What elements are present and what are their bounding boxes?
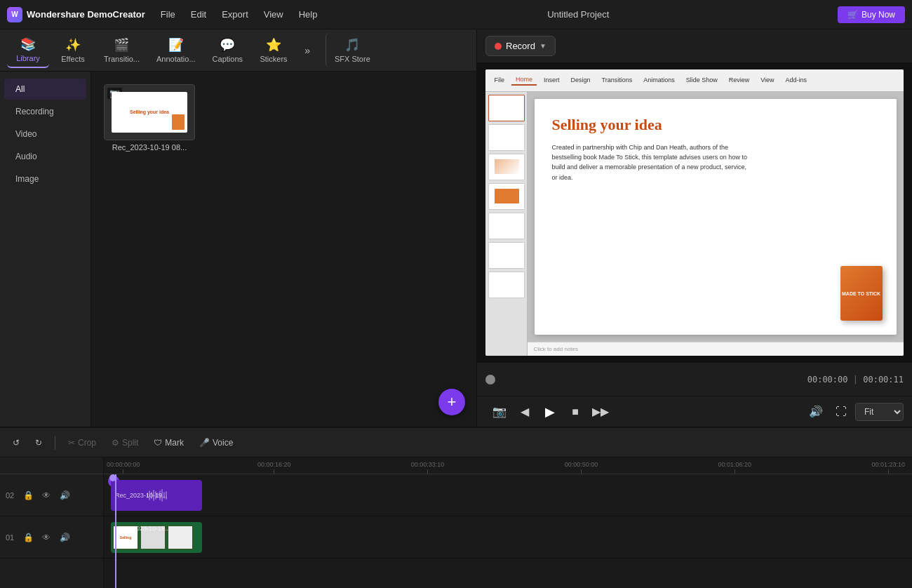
sidebar-item-image[interactable]: Image xyxy=(4,168,86,189)
ruler-mark-3: 00:00:50:00 xyxy=(565,461,598,474)
more-tools-button[interactable]: » xyxy=(297,41,317,60)
menu-file[interactable]: File xyxy=(159,6,177,22)
record-button[interactable]: Record ▼ xyxy=(485,36,556,56)
undo-button[interactable]: ↺ xyxy=(7,435,25,450)
clip-frame-text-1: Selling xyxy=(120,535,131,540)
slide-thumb-content-4 xyxy=(495,189,519,204)
stop-button[interactable]: ■ xyxy=(564,401,586,423)
ppt-tab-transitions[interactable]: Transitions xyxy=(597,75,636,85)
voice-label: Voice xyxy=(213,438,233,448)
ruler-label-1: 00:00:16:20 xyxy=(257,461,291,468)
buy-now-button[interactable]: 🛒 Buy Now xyxy=(838,6,905,23)
mark-icon: 🛡 xyxy=(154,438,162,448)
ruler-label-3: 00:00:50:00 xyxy=(565,461,598,468)
ppt-tab-animations[interactable]: Animations xyxy=(639,75,679,85)
sidebar-item-recording[interactable]: Recording xyxy=(4,101,86,122)
slide-book: MADE TO STICK xyxy=(840,266,883,321)
crop-button[interactable]: ✂ Crop xyxy=(62,435,102,450)
volume-button[interactable]: 🔊 xyxy=(805,401,827,423)
visibility-button-02[interactable]: 👁 xyxy=(39,488,53,502)
slide-thumb-content-7 xyxy=(495,277,519,293)
ppt-tab-home[interactable]: Home xyxy=(511,74,537,86)
buy-now-label: Buy Now xyxy=(861,10,895,20)
add-media-button[interactable]: + xyxy=(438,389,465,415)
tool-captions[interactable]: 💬 Captions xyxy=(206,33,250,67)
fullscreen-icon: ⛶ xyxy=(836,406,847,418)
audio-button-02[interactable]: 🔊 xyxy=(58,488,72,502)
menu-export[interactable]: Export xyxy=(220,6,250,22)
ppt-tab-addins[interactable]: Add-ins xyxy=(782,75,812,85)
redo-button[interactable]: ↻ xyxy=(29,435,48,450)
voice-button[interactable]: 🎤 Voice xyxy=(194,435,239,450)
fullscreen-button[interactable]: ⛶ xyxy=(830,401,852,423)
ppt-tab-insert[interactable]: Insert xyxy=(539,75,564,85)
menu-help[interactable]: Help xyxy=(297,6,319,22)
ppt-slide-thumb-5[interactable] xyxy=(488,213,525,239)
ruler-label-4: 00:01:06:20 xyxy=(718,461,752,468)
voice-icon: 🎤 xyxy=(199,438,210,448)
screenshot-button[interactable]: 📷 xyxy=(488,401,511,423)
slide-body-text: Created in partnership with Chip and Dan… xyxy=(551,142,748,183)
slide-thumb-content-6 xyxy=(495,248,519,263)
ppt-slide-thumb-1[interactable] xyxy=(488,95,525,121)
next-button[interactable]: ▶▶ xyxy=(589,401,612,423)
ppt-slide-thumb-2[interactable] xyxy=(488,124,525,151)
mark-button[interactable]: 🛡 Mark xyxy=(148,435,189,450)
ppt-slide-thumb-4[interactable] xyxy=(488,183,525,210)
crop-label: Crop xyxy=(78,438,96,448)
zoom-select[interactable]: Fit 50% 75% 100% xyxy=(855,403,904,421)
tool-annotations[interactable]: 📝 Annotatio... xyxy=(149,33,203,67)
sidebar-item-video[interactable]: Video xyxy=(4,123,86,145)
play-button[interactable]: ▶ xyxy=(539,401,561,423)
track-row-02: C xyxy=(104,474,912,516)
tool-transitions[interactable]: 🎬 Transitio... xyxy=(97,33,147,67)
ruler-mark-4: 00:01:06:20 xyxy=(718,461,752,474)
bar xyxy=(149,490,150,500)
prev-icon: ◀ xyxy=(521,405,529,418)
tool-library[interactable]: 📚 Library xyxy=(7,32,49,68)
stickers-label: Stickers xyxy=(260,55,287,63)
ppt-tab-file[interactable]: File xyxy=(490,75,509,85)
visibility-button-01[interactable]: 👁 xyxy=(39,530,53,544)
ppt-slide-thumb-7[interactable] xyxy=(488,272,525,298)
menu-items: File Edit Export View Help xyxy=(159,6,319,22)
screenshot-icon: 📷 xyxy=(492,405,507,418)
screen-clip-01[interactable]: Selling xyxy=(111,522,202,553)
track-num-01: 01 xyxy=(6,533,17,542)
ppt-slide-thumb-3[interactable] xyxy=(488,154,525,180)
split-button[interactable]: ⚙ Split xyxy=(106,435,144,450)
thumb-preview: 📷 Selling your idea xyxy=(105,85,194,140)
menu-edit[interactable]: Edit xyxy=(189,6,208,22)
annotations-label: Annotatio... xyxy=(156,55,196,63)
menu-view[interactable]: View xyxy=(262,6,285,22)
audio-button-01[interactable]: 🔊 xyxy=(58,530,72,544)
video-clip-02[interactable]: Rec_2023-10-19... xyxy=(111,480,202,511)
crop-icon: ✂ xyxy=(68,438,75,448)
track-num-02: 02 xyxy=(6,491,17,500)
ppt-tab-review[interactable]: Review xyxy=(725,75,754,85)
ruler-mark-0: 00:00:00:00 xyxy=(107,461,140,474)
ruler-tick-4 xyxy=(735,469,735,474)
ppt-slide-thumbnails xyxy=(485,92,528,356)
ppt-tab-slideshow[interactable]: Slide Show xyxy=(682,75,722,85)
ppt-tab-design[interactable]: Design xyxy=(566,75,594,85)
tool-sfxstore[interactable]: 🎵 SFX Store xyxy=(326,33,377,67)
sidebar-item-audio[interactable]: Audio xyxy=(4,146,86,167)
captions-label: Captions xyxy=(213,55,243,63)
playback-bar: 00:00:00 | 00:00:11 xyxy=(477,362,912,396)
record-indicator xyxy=(495,43,502,50)
time-current: 00:00:00 xyxy=(807,375,848,385)
timeline: ↺ ↻ ✂ Crop ⚙ Split 🛡 Mark 🎤 Voice xyxy=(0,427,912,588)
prev-button[interactable]: ◀ xyxy=(514,401,536,423)
lock-button-02[interactable]: 🔒 xyxy=(21,488,35,502)
tool-effects[interactable]: ✨ Effects xyxy=(52,33,94,67)
ppt-ribbon: File Home Insert Design Transitions Anim… xyxy=(485,69,903,92)
sidebar-item-all[interactable]: All xyxy=(4,79,86,100)
tool-stickers[interactable]: ⭐ Stickers xyxy=(253,33,295,67)
bar xyxy=(166,491,167,500)
media-item[interactable]: 📷 Selling your idea Rec_2023-10-19 08... xyxy=(104,84,195,152)
ppt-tab-view[interactable]: View xyxy=(756,75,778,85)
ppt-slide-thumb-6[interactable] xyxy=(488,242,525,269)
lock-button-01[interactable]: 🔒 xyxy=(21,530,35,544)
thumb-slide-title: Selling your idea xyxy=(128,108,170,116)
